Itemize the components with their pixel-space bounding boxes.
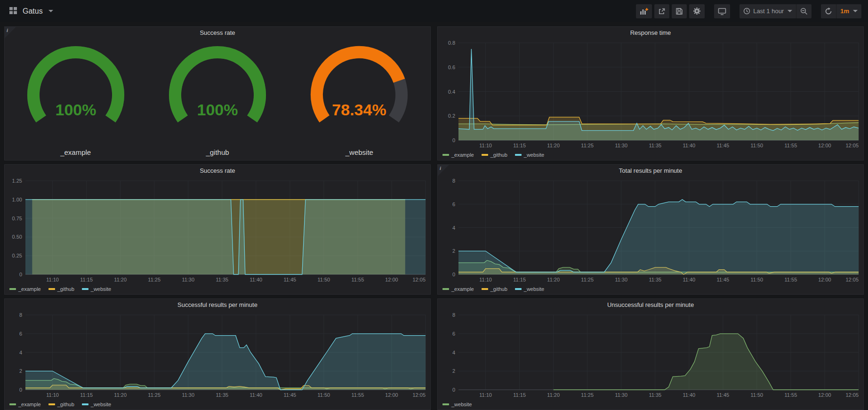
chart-canvas[interactable]: 11:1011:1511:2011:2511:3011:3511:4011:45… xyxy=(5,177,430,284)
chevron-down-icon[interactable] xyxy=(48,10,53,12)
series-name: _github xyxy=(490,286,507,292)
svg-text:12:05: 12:05 xyxy=(845,143,859,148)
unsuccessful-results-chart[interactable]: 11:1011:1511:2011:2511:3011:3511:4011:45… xyxy=(438,311,863,399)
svg-text:4: 4 xyxy=(452,225,455,231)
chart-canvas[interactable]: 11:1011:1511:2011:2511:3011:3511:4011:45… xyxy=(5,311,430,399)
svg-text:11:50: 11:50 xyxy=(751,277,764,282)
legend-item[interactable]: _example xyxy=(9,286,41,292)
gauge-arc: 100% xyxy=(149,40,286,147)
svg-text:11:25: 11:25 xyxy=(581,143,594,148)
panel-info-icon[interactable]: i xyxy=(5,27,16,38)
refresh-interval-picker[interactable]: 1m xyxy=(836,4,861,18)
svg-text:0.25: 0.25 xyxy=(12,253,22,258)
refresh-button[interactable] xyxy=(821,4,836,18)
share-button[interactable] xyxy=(654,4,669,18)
legend-item[interactable]: _example xyxy=(442,286,474,292)
legend-item[interactable]: _github xyxy=(482,286,507,292)
gauge: 100%_example xyxy=(8,40,144,156)
chart-canvas[interactable]: 11:1011:1511:2011:2511:3011:3511:4011:45… xyxy=(438,39,863,150)
series-swatch xyxy=(9,288,16,290)
panel-title[interactable]: Unsuccessful results per minute xyxy=(438,299,863,311)
svg-text:11:20: 11:20 xyxy=(547,143,560,148)
gauge-label: _website xyxy=(346,148,373,156)
svg-text:8: 8 xyxy=(19,312,22,318)
svg-text:0.2: 0.2 xyxy=(448,113,455,119)
svg-text:11:25: 11:25 xyxy=(581,277,594,282)
time-range-label: Last 1 hour xyxy=(753,8,784,15)
svg-text:11:15: 11:15 xyxy=(513,392,526,398)
svg-text:11:25: 11:25 xyxy=(148,392,161,398)
svg-text:11:20: 11:20 xyxy=(114,392,127,398)
series-swatch xyxy=(48,403,55,405)
panel-unsuccessful-results: Unsuccessful results per minute 11:1011:… xyxy=(437,298,864,410)
total-results-chart[interactable]: 11:1011:1511:2011:2511:3011:3511:4011:45… xyxy=(438,177,863,284)
legend-item[interactable]: _example xyxy=(442,152,474,158)
add-panel-button[interactable] xyxy=(636,4,652,18)
legend-item[interactable]: _example xyxy=(9,402,41,407)
series-swatch xyxy=(482,154,488,156)
series-name: _example xyxy=(18,402,41,407)
legend-item[interactable]: _website xyxy=(515,152,544,158)
svg-text:11:25: 11:25 xyxy=(581,392,594,398)
chart-legend: _website xyxy=(438,399,863,410)
svg-text:0.4: 0.4 xyxy=(448,89,455,95)
legend-item[interactable]: _website xyxy=(515,286,544,292)
panel-total-results: i Total results per minute 11:1011:1511:… xyxy=(437,164,864,295)
svg-text:11:55: 11:55 xyxy=(785,392,797,398)
series-name: _github xyxy=(57,402,74,407)
settings-button[interactable] xyxy=(689,4,705,18)
tv-mode-button[interactable] xyxy=(714,4,730,18)
legend-item[interactable]: _website xyxy=(82,286,111,292)
chart-legend: _example_github_website xyxy=(5,399,430,410)
svg-text:11:10: 11:10 xyxy=(46,392,59,398)
svg-text:11:50: 11:50 xyxy=(751,392,764,398)
time-range-picker[interactable]: Last 1 hour xyxy=(739,4,796,18)
svg-text:11:35: 11:35 xyxy=(649,143,661,148)
svg-text:8: 8 xyxy=(452,312,455,318)
panel-title[interactable]: Successful results per minute xyxy=(5,299,430,311)
svg-text:11:40: 11:40 xyxy=(249,392,262,398)
save-button[interactable] xyxy=(672,4,687,18)
svg-text:12:05: 12:05 xyxy=(412,277,426,282)
series-name: _github xyxy=(490,152,507,158)
svg-text:11:40: 11:40 xyxy=(683,392,695,398)
response-time-chart[interactable]: 11:1011:1511:2011:2511:3011:3511:4011:45… xyxy=(438,39,863,150)
legend-item[interactable]: _github xyxy=(482,152,507,158)
chart-canvas[interactable]: 11:1011:1511:2011:2511:3011:3511:4011:45… xyxy=(438,177,863,284)
legend-item[interactable]: _github xyxy=(48,286,74,292)
panel-title[interactable]: Success rate xyxy=(5,165,430,177)
panel-info-icon[interactable]: i xyxy=(438,165,449,176)
svg-text:11:15: 11:15 xyxy=(513,143,526,148)
series-swatch xyxy=(9,403,16,405)
svg-text:12:00: 12:00 xyxy=(818,277,831,282)
success-rate-chart[interactable]: 11:1011:1511:2011:2511:3011:3511:4011:45… xyxy=(5,177,430,284)
series-name: _website xyxy=(91,402,111,407)
svg-text:11:20: 11:20 xyxy=(114,277,127,282)
dashboard-grid-icon[interactable] xyxy=(8,6,18,17)
svg-text:11:40: 11:40 xyxy=(683,277,695,282)
svg-text:12:05: 12:05 xyxy=(845,392,859,398)
svg-text:0: 0 xyxy=(452,137,455,143)
legend-item[interactable]: _website xyxy=(82,402,111,407)
series-name: _website xyxy=(524,152,544,158)
svg-text:11:35: 11:35 xyxy=(216,392,228,398)
svg-text:6: 6 xyxy=(452,331,455,337)
gauge-value: 100% xyxy=(55,101,96,119)
svg-text:11:45: 11:45 xyxy=(284,392,297,398)
legend-item[interactable]: _github xyxy=(48,402,74,407)
successful-results-chart[interactable]: 11:1011:1511:2011:2511:3011:3511:4011:45… xyxy=(5,311,430,399)
legend-item[interactable]: _website xyxy=(442,402,472,407)
dashboard-title[interactable]: Gatus xyxy=(23,7,43,16)
panel-title[interactable]: Success rate xyxy=(5,27,430,39)
panel-title[interactable]: Total results per minute xyxy=(438,165,863,177)
panel-title[interactable]: Response time xyxy=(438,27,863,39)
series-swatch xyxy=(442,288,449,290)
svg-text:0.50: 0.50 xyxy=(12,234,22,240)
gauge-arc: 100% xyxy=(8,40,144,147)
svg-text:2: 2 xyxy=(19,368,22,374)
svg-text:11:15: 11:15 xyxy=(513,277,526,282)
navbar: Gatus Last 1 hour xyxy=(0,0,868,22)
series-name: _github xyxy=(57,286,74,292)
chart-canvas[interactable]: 11:1011:1511:2011:2511:3011:3511:4011:45… xyxy=(438,311,863,399)
zoom-out-button[interactable] xyxy=(796,4,812,18)
